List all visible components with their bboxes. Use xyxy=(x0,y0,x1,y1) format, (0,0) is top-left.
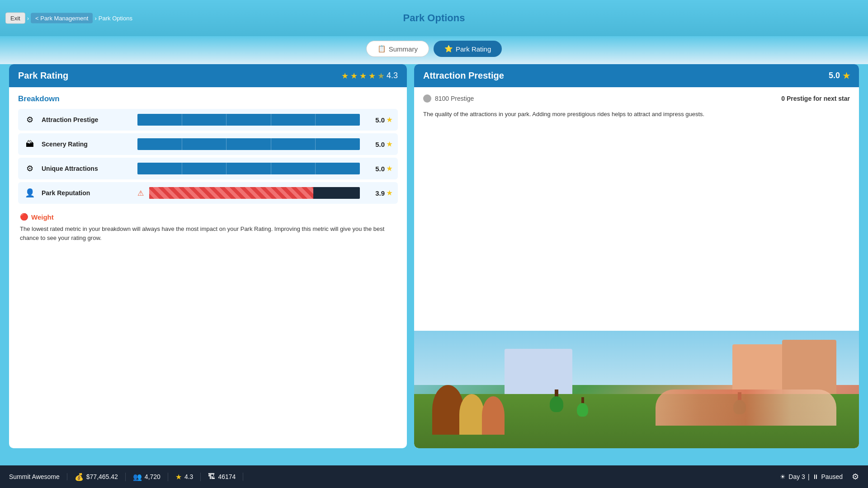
exit-button[interactable]: Exit xyxy=(5,13,25,24)
prestige-left: 8100 Prestige xyxy=(423,94,474,103)
unique-attractions-score: 5.0 ★ xyxy=(365,165,392,173)
star2: ★ xyxy=(350,71,358,81)
status-rating: ★ 4.3 xyxy=(168,473,201,481)
prestige-description: The quality of the attractions in your p… xyxy=(423,110,850,119)
scenery-rating-name: Scenery Rating xyxy=(42,141,132,148)
pause-icon: ⏸ xyxy=(812,473,819,480)
tab-summary[interactable]: 📋 Summary xyxy=(366,41,429,57)
metric-star4: ★ xyxy=(387,189,392,197)
star4: ★ xyxy=(368,71,376,81)
metric-star1: ★ xyxy=(387,116,392,123)
star5: ★ xyxy=(377,71,385,81)
attraction-prestige-icon: ⚙ xyxy=(24,113,36,126)
star3: ★ xyxy=(359,71,367,81)
star1: ★ xyxy=(341,71,349,81)
tab-park-rating[interactable]: ⭐ Park Rating xyxy=(434,41,502,57)
unique-attractions-icon: ⚙ xyxy=(24,162,36,175)
breadcrumb-separator2: › xyxy=(94,15,96,22)
attraction-prestige-score: 5.0 ★ xyxy=(365,116,392,124)
summary-tab-icon: 📋 xyxy=(377,45,386,53)
day-display: ☀ Day 3 | ⏸ Paused xyxy=(780,473,843,480)
metric-star3: ★ xyxy=(387,165,392,172)
status-money: 💰 $77,465.42 xyxy=(67,473,126,481)
park-reputation-bar xyxy=(149,187,360,199)
breadcrumb-park-management[interactable]: < Park Management xyxy=(31,13,93,23)
main-content: Park Rating ★ ★ ★ ★ ★ 4.3 Breakdown ⚙ At… xyxy=(0,64,868,457)
prestige-dot-icon xyxy=(423,94,431,103)
status-land: 🏗 46174 xyxy=(201,473,243,481)
attraction-prestige-name: Attraction Prestige xyxy=(42,116,132,123)
left-panel-header: Park Rating ★ ★ ★ ★ ★ 4.3 xyxy=(9,64,407,87)
scenery-rating-score: 5.0 ★ xyxy=(365,141,392,148)
metric-row-park-reputation[interactable]: 👤 Park Reputation ⚠ 3.9 ★ xyxy=(18,182,398,204)
top-bar: Exit › < Park Management › Park Options … xyxy=(0,0,868,36)
park-reputation-icon: 👤 xyxy=(24,187,36,199)
left-panel: Park Rating ★ ★ ★ ★ ★ 4.3 Breakdown ⚙ At… xyxy=(9,64,407,448)
weight-section: 🔴 Weight The lowest rated metric in your… xyxy=(18,213,398,242)
status-right: ☀ Day 3 | ⏸ Paused ⚙ xyxy=(780,472,859,482)
scenery-rating-icon: 🏔 xyxy=(24,138,36,150)
metric-star2: ★ xyxy=(387,141,392,148)
metric-row-unique-attractions[interactable]: ⚙ Unique Attractions 5.0 xyxy=(18,158,398,179)
left-panel-title: Park Rating xyxy=(18,70,68,81)
unique-attractions-name: Unique Attractions xyxy=(42,165,132,172)
right-panel-title: Attraction Prestige xyxy=(423,70,504,81)
right-panel-body: 8100 Prestige 0 Prestige for next star T… xyxy=(414,87,859,331)
rating-icon: ★ xyxy=(175,473,182,481)
unique-attractions-bar xyxy=(137,163,360,174)
right-panel-star: ★ xyxy=(843,71,850,81)
park-image xyxy=(414,331,859,448)
sun-icon: ☀ xyxy=(780,473,786,480)
page-title: Park Options xyxy=(403,12,465,24)
right-panel-header: Attraction Prestige 5.0 ★ xyxy=(414,64,859,87)
rating-value: 4.3 xyxy=(387,71,398,80)
prestige-info: 8100 Prestige 0 Prestige for next star xyxy=(423,94,850,103)
status-bar: Summit Awesome 💰 $77,465.42 👥 4,720 ★ 4.… xyxy=(0,465,868,488)
park-rating-tab-label: Park Rating xyxy=(456,45,491,53)
park-reputation-score: 3.9 ★ xyxy=(365,189,392,197)
breadcrumb: Exit › < Park Management › Park Options xyxy=(0,10,138,27)
metric-row-scenery-rating[interactable]: 🏔 Scenery Rating 5.0 xyxy=(18,133,398,155)
breadcrumb-separator: › xyxy=(27,15,29,22)
breakdown-title: Breakdown xyxy=(18,94,398,103)
right-panel: Attraction Prestige 5.0 ★ 8100 Prestige … xyxy=(414,64,859,448)
paused-badge: ⏸ Paused xyxy=(812,473,843,480)
status-guests: 👥 4,720 xyxy=(126,473,168,481)
weight-title: 🔴 Weight xyxy=(20,213,396,221)
weight-alert-icon: 🔴 xyxy=(20,213,28,221)
weight-text: The lowest rated metric in your breakdow… xyxy=(20,225,396,242)
right-panel-score: 5.0 ★ xyxy=(829,71,850,81)
summary-tab-label: Summary xyxy=(389,45,418,53)
breadcrumb-park-options: Park Options xyxy=(99,15,132,22)
prestige-value: 8100 Prestige xyxy=(435,95,474,102)
scenery-rating-bar xyxy=(137,138,360,150)
tabs-container: 📋 Summary ⭐ Park Rating xyxy=(0,36,868,64)
left-panel-body: Breakdown ⚙ Attraction Prestige xyxy=(9,87,407,249)
park-rating-tab-icon: ⭐ xyxy=(444,45,453,53)
attraction-prestige-bar xyxy=(137,114,360,126)
land-icon: 🏗 xyxy=(208,473,215,481)
settings-icon[interactable]: ⚙ xyxy=(852,472,859,482)
park-reputation-alert: ⚠ xyxy=(137,189,144,197)
money-icon: 💰 xyxy=(75,473,84,481)
status-park-name: Summit Awesome xyxy=(9,473,67,480)
rating-stars-header: ★ ★ ★ ★ ★ 4.3 xyxy=(341,71,398,81)
guests-icon: 👥 xyxy=(133,473,142,481)
park-reputation-name: Park Reputation xyxy=(42,189,132,197)
metric-row-attraction-prestige[interactable]: ⚙ Attraction Prestige 5.0 xyxy=(18,109,398,131)
prestige-next-star: 0 Prestige for next star xyxy=(781,95,850,102)
